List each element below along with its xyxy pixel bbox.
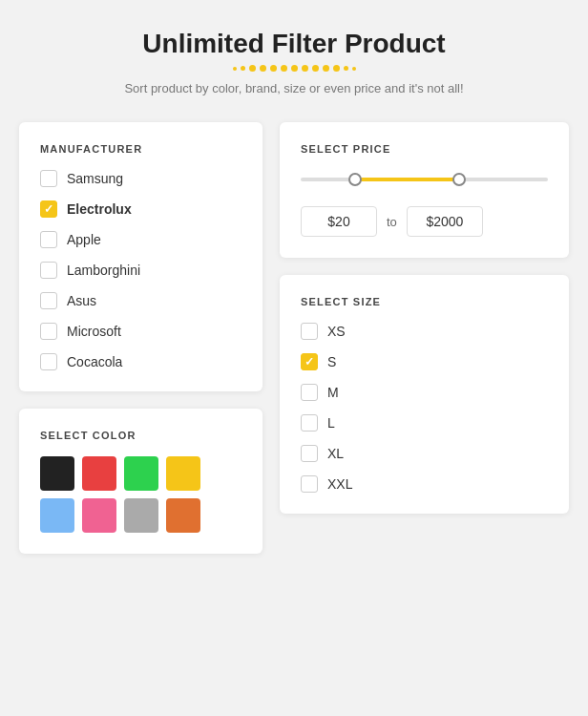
manufacturer-item-asus[interactable]: Asus	[40, 292, 242, 309]
manufacturer-item-microsoft[interactable]: Microsoft	[40, 323, 242, 340]
manufacturer-card: MANUFACTURER Samsung Electrolux Apple La…	[19, 122, 262, 391]
left-column: MANUFACTURER Samsung Electrolux Apple La…	[19, 122, 262, 554]
manufacturer-item-electrolux[interactable]: Electrolux	[40, 200, 242, 218]
color-swatches	[40, 456, 242, 533]
xxl-label: XXL	[327, 476, 352, 492]
size-item-l[interactable]: L	[301, 414, 548, 432]
cocacola-label: Cocacola	[67, 354, 122, 369]
lamborghini-checkbox[interactable]	[40, 262, 57, 279]
xs-label: XS	[327, 324, 346, 339]
panels: MANUFACTURER Samsung Electrolux Apple La…	[19, 122, 569, 554]
price-max-input[interactable]	[407, 206, 483, 237]
m-label: M	[327, 385, 339, 400]
swatch-pink[interactable]	[82, 498, 116, 533]
swatch-black[interactable]	[40, 456, 74, 491]
slider-thumb-right[interactable]	[452, 173, 466, 186]
slider-thumb-left[interactable]	[348, 173, 362, 186]
price-inputs: to	[301, 206, 548, 237]
xl-label: XL	[327, 446, 344, 461]
cocacola-checkbox[interactable]	[40, 353, 57, 370]
price-slider[interactable]	[301, 170, 548, 189]
asus-checkbox[interactable]	[40, 292, 57, 309]
size-item-s[interactable]: S	[301, 353, 548, 370]
asus-label: Asus	[67, 293, 96, 308]
manufacturer-item-apple[interactable]: Apple	[40, 231, 242, 248]
microsoft-label: Microsoft	[67, 324, 121, 339]
manufacturer-item-cocacola[interactable]: Cocacola	[40, 353, 242, 370]
samsung-checkbox[interactable]	[40, 170, 57, 187]
lamborghini-label: Lamborghini	[67, 263, 140, 278]
dot-divider	[233, 65, 356, 72]
swatch-red[interactable]	[82, 456, 116, 491]
price-min-input[interactable]	[301, 206, 377, 237]
apple-label: Apple	[67, 232, 101, 247]
xs-checkbox[interactable]	[301, 323, 318, 340]
electrolux-checkbox[interactable]	[40, 200, 57, 218]
size-item-m[interactable]: M	[301, 384, 548, 401]
swatch-gray[interactable]	[124, 498, 158, 533]
electrolux-label: Electrolux	[67, 201, 132, 217]
swatch-blue[interactable]	[40, 498, 74, 533]
swatch-orange[interactable]	[166, 498, 200, 533]
select-price-card: SELECT PRICE to	[280, 122, 569, 258]
xxl-checkbox[interactable]	[301, 475, 318, 493]
price-to-label: to	[387, 215, 397, 229]
size-item-xs[interactable]: XS	[301, 323, 548, 340]
s-label: S	[327, 354, 336, 369]
select-price-title: SELECT PRICE	[301, 143, 548, 155]
select-color-card: SELECT COLOR	[19, 409, 262, 554]
samsung-label: Samsung	[67, 171, 123, 186]
microsoft-checkbox[interactable]	[40, 323, 57, 340]
swatch-green[interactable]	[124, 456, 158, 491]
select-size-card: SELECT SIZE XS S M L XL	[280, 275, 569, 514]
slider-fill	[355, 178, 459, 181]
select-size-title: SELECT SIZE	[301, 296, 548, 307]
apple-checkbox[interactable]	[40, 231, 57, 248]
m-checkbox[interactable]	[301, 384, 318, 401]
manufacturer-item-lamborghini[interactable]: Lamborghini	[40, 262, 242, 279]
manufacturer-title: MANUFACTURER	[40, 143, 242, 155]
size-item-xl[interactable]: XL	[301, 445, 548, 462]
s-checkbox[interactable]	[301, 353, 318, 370]
xl-checkbox[interactable]	[301, 445, 318, 462]
l-checkbox[interactable]	[301, 414, 318, 432]
manufacturer-item-samsung[interactable]: Samsung	[40, 170, 242, 187]
l-label: L	[327, 415, 335, 431]
right-column: SELECT PRICE to SELECT SIZE XS	[280, 122, 569, 514]
swatch-yellow[interactable]	[166, 456, 200, 491]
subtitle: Sort product by color, brand, size or ev…	[124, 81, 463, 95]
size-item-xxl[interactable]: XXL	[301, 475, 548, 493]
select-color-title: SELECT COLOR	[40, 430, 242, 441]
page-title: Unlimited Filter Product	[142, 29, 445, 59]
